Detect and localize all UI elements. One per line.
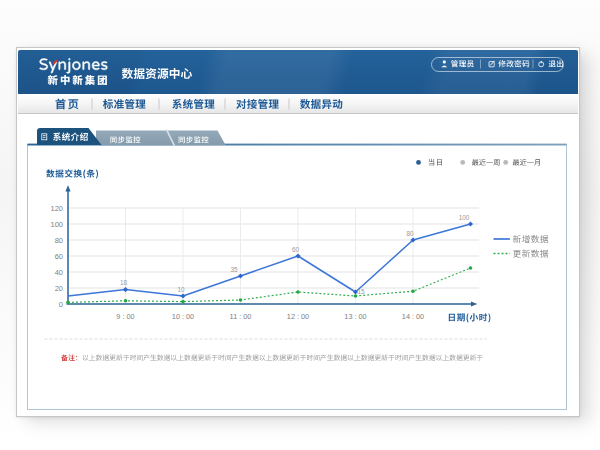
svg-text:100: 100 [459,214,470,221]
svg-text:11 : 00: 11 : 00 [230,312,252,321]
svg-text:9 : 00: 9 : 00 [116,312,134,321]
svg-text:10: 10 [177,286,185,293]
svg-text:80: 80 [406,230,414,237]
svg-text:35: 35 [230,266,238,273]
svg-text:14 : 00: 14 : 00 [402,312,424,321]
svg-text:0: 0 [59,300,63,309]
svg-text:18: 18 [120,279,128,286]
svg-text:60: 60 [292,246,300,253]
svg-text:13 : 00: 13 : 00 [344,312,366,321]
svg-text:12 : 00: 12 : 00 [287,312,309,321]
svg-text:80: 80 [55,236,63,245]
svg-text:60: 60 [55,252,63,261]
svg-text:20: 20 [55,284,63,293]
svg-text:100: 100 [50,220,63,229]
svg-text:15: 15 [358,288,366,295]
svg-text:40: 40 [55,268,63,277]
svg-text:120: 120 [50,204,63,213]
svg-text:10 : 00: 10 : 00 [172,312,194,321]
